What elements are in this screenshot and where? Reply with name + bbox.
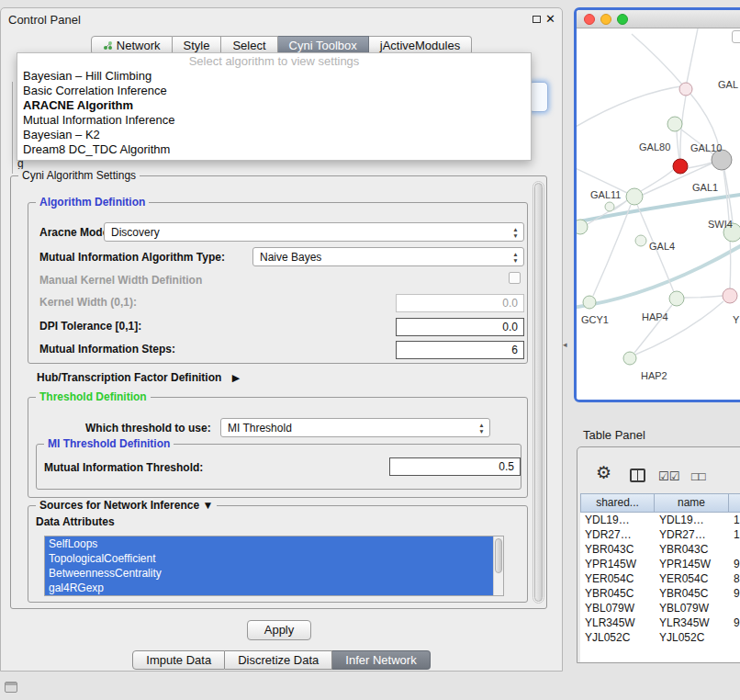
- tab-impute-data[interactable]: Impute Data: [132, 650, 225, 670]
- network-node-label: GCY1: [581, 314, 609, 325]
- dropdown-item[interactable]: Mutual Information Inference: [17, 113, 531, 128]
- gear-icon[interactable]: ⚙: [596, 464, 611, 481]
- close-icon[interactable]: ✕: [545, 12, 555, 26]
- attributes-scrollbar[interactable]: [493, 536, 503, 595]
- settings-scrollbar[interactable]: [533, 181, 544, 604]
- scrollbar-thumb[interactable]: [534, 183, 543, 602]
- table-row[interactable]: YLR345WYLR345W9.: [580, 615, 740, 630]
- mi-type-label: Mutual Information Algorithm Type:: [39, 251, 225, 264]
- mi-threshold-label: Mutual Information Threshold:: [44, 461, 203, 474]
- table-cell: [729, 542, 740, 557]
- mac-close-button[interactable]: [584, 14, 595, 25]
- network-edge: [687, 28, 698, 83]
- expand-arrow-icon: ▶: [232, 372, 240, 383]
- network-node[interactable]: [673, 159, 688, 174]
- table-row[interactable]: YDL19…YDL19…13: [580, 513, 740, 527]
- table-cell: [729, 601, 740, 615]
- network-node[interactable]: [667, 117, 682, 131]
- mi-threshold-input[interactable]: 0.5: [389, 457, 521, 476]
- column-selector-icon[interactable]: [630, 469, 645, 482]
- network-canvas[interactable]: GALGAL80GAL10GAL11GAL1SWI4GAL4GCY1HAP4YH…: [577, 28, 740, 400]
- deselect-all-icon[interactable]: □□: [691, 469, 706, 483]
- network-node-label: HAP2: [641, 370, 667, 381]
- apply-button[interactable]: Apply: [247, 620, 311, 640]
- network-node[interactable]: [679, 83, 692, 96]
- dpi-tolerance-input[interactable]: 0.0: [396, 318, 524, 336]
- which-threshold-select[interactable]: MI Threshold ▲▼: [220, 418, 490, 437]
- scrollbar-thumb[interactable]: [495, 538, 502, 573]
- network-node-label: GAL: [718, 79, 738, 90]
- algorithm-definition-fieldset: Algorithm Definition Aracne Mode: Discov…: [28, 202, 528, 364]
- dropdown-item[interactable]: Dream8 DC_TDC Algorithm: [17, 142, 531, 157]
- table-row[interactable]: YBL079WYBL079W: [580, 601, 740, 615]
- table-cell: 9.: [729, 615, 740, 630]
- table-cell: YJL052C: [655, 630, 729, 645]
- network-node[interactable]: [626, 188, 643, 205]
- table-cell: YBR043C: [580, 542, 655, 557]
- table-row[interactable]: YER054CYER054C8.: [580, 571, 740, 586]
- dropdown-item[interactable]: ARACNE Algorithm: [17, 98, 531, 113]
- attribute-item[interactable]: gal4RGexp: [45, 581, 494, 595]
- float-window-icon[interactable]: [533, 16, 541, 23]
- table-panel-title: Table Panel: [583, 428, 645, 442]
- mi-type-select[interactable]: Naive Bayes ▲▼: [252, 247, 524, 266]
- network-node[interactable]: [605, 202, 614, 211]
- table-row[interactable]: YBR045CYBR045C9.: [580, 586, 740, 601]
- network-node[interactable]: [723, 288, 737, 303]
- table-header-cell[interactable]: name: [655, 493, 729, 513]
- network-node-label: GAL80: [639, 141, 670, 152]
- network-node-label: SWI4: [708, 219, 733, 230]
- tab-discretize-data[interactable]: Discretize Data: [225, 650, 332, 670]
- network-node[interactable]: [635, 235, 646, 246]
- network-edge: [635, 301, 723, 355]
- table-header-cell[interactable]: [729, 493, 740, 513]
- minimized-panel-icon[interactable]: [5, 682, 17, 693]
- aracne-mode-select[interactable]: Discovery ▲▼: [104, 222, 524, 242]
- manual-kernel-checkbox[interactable]: [509, 272, 521, 284]
- table-row[interactable]: YJL052CYJL052C: [580, 630, 740, 645]
- dropdown-item[interactable]: Bayesian – K2: [17, 128, 531, 142]
- network-node[interactable]: [577, 220, 588, 234]
- mi-steps-input[interactable]: 6: [396, 341, 524, 359]
- table-row[interactable]: YPR145WYPR145W9.: [580, 557, 740, 571]
- threshold-definition-fieldset: Threshold Definition Which threshold to …: [28, 397, 528, 498]
- dropdown-item[interactable]: Basic Correlation Inference: [17, 84, 531, 98]
- hub-definition-expander[interactable]: Hub/Transcription Factor Definition ▶: [37, 371, 240, 384]
- tab-infer-network[interactable]: Infer Network: [332, 650, 430, 670]
- table-row[interactable]: YDR27…YDR27…12: [580, 527, 740, 542]
- network-node[interactable]: [623, 352, 636, 365]
- attribute-item[interactable]: BetweennessCentrality: [45, 566, 494, 581]
- dropdown-placeholder: Select algorithm to view settings: [17, 53, 531, 69]
- dpi-tolerance-label: DPI Tolerance [0,1]:: [39, 320, 141, 333]
- mac-minimize-button[interactable]: [600, 14, 611, 25]
- kernel-width-input[interactable]: 0.0: [396, 294, 524, 312]
- attribute-item[interactable]: TopologicalCoefficient: [45, 551, 494, 566]
- sources-label: Sources for Network Inference: [39, 499, 199, 512]
- table-body: YDL19…YDL19…13YDR27…YDR27…12YBR043CYBR04…: [580, 513, 740, 662]
- canvas-corner-button[interactable]: [732, 30, 740, 43]
- attribute-item[interactable]: SelfLoops: [45, 536, 494, 551]
- table-row[interactable]: YBR043CYBR043C: [580, 542, 740, 557]
- combo-arrows-icon: ▲▼: [477, 422, 486, 435]
- network-node[interactable]: [669, 291, 684, 306]
- select-all-icon[interactable]: ☑☑: [658, 469, 679, 483]
- panel-divider-arrow[interactable]: ◂: [563, 340, 567, 349]
- dropdown-item[interactable]: Bayesian – Hill Climbing: [17, 69, 531, 84]
- desktop: { "window": { "title": "Control Panel" }…: [0, 0, 740, 700]
- table-cell: 13: [729, 513, 740, 527]
- mac-zoom-button[interactable]: [617, 14, 628, 25]
- network-edge: [632, 34, 682, 85]
- network-window-titlebar: [577, 10, 740, 28]
- network-node-label: Y: [733, 314, 740, 325]
- table-cell: YBL079W: [580, 601, 655, 615]
- network-edge: [684, 296, 723, 298]
- table-cell: YBL079W: [655, 601, 729, 615]
- fieldset-legend: MI Threshold Definition: [44, 437, 174, 450]
- table-cell: 12: [729, 527, 740, 542]
- network-node[interactable]: [583, 296, 596, 309]
- table-header-cell[interactable]: shared...: [580, 493, 655, 513]
- sources-expander[interactable]: Sources for Network Inference ▼: [36, 499, 217, 512]
- data-attributes-list[interactable]: SelfLoopsTopologicalCoefficientBetweenne…: [44, 536, 504, 596]
- fieldset-legend: Threshold Definition: [36, 390, 151, 403]
- attribute-items: SelfLoopsTopologicalCoefficientBetweenne…: [45, 536, 503, 595]
